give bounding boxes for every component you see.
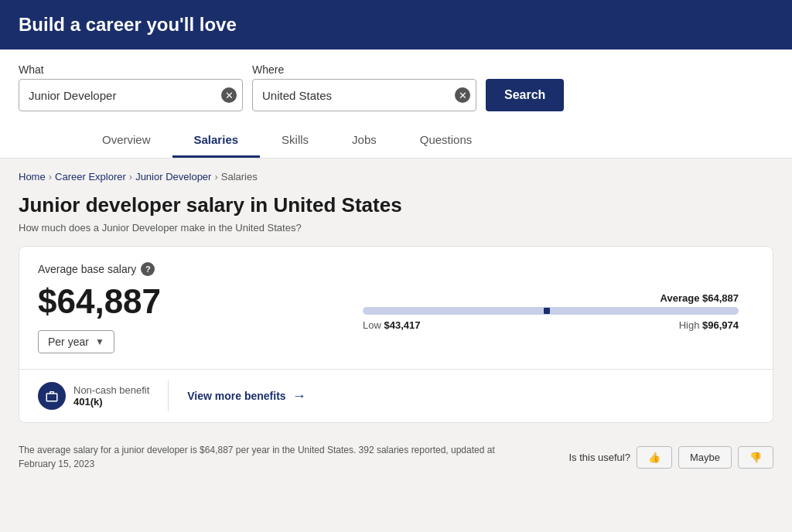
what-label: What: [19, 63, 243, 76]
avg-label-text: Average base salary: [38, 263, 136, 275]
period-label: Per year: [48, 336, 89, 348]
where-input-wrap: ✕: [252, 79, 476, 111]
sep-2: ›: [129, 171, 132, 182]
footer-note: The average salary for a junior develope…: [19, 435, 773, 479]
period-select[interactable]: Per year ▼: [38, 330, 114, 353]
sep-3: ›: [214, 171, 217, 182]
briefcase-icon: [45, 389, 59, 403]
benefit-name: 401(k): [73, 396, 149, 408]
range-low: Low $43,417: [363, 319, 420, 331]
tab-questions[interactable]: Questions: [398, 124, 494, 158]
page-title: Junior developer salary in United States: [19, 193, 773, 217]
where-input[interactable]: [252, 79, 476, 111]
range-label-row: Average $64,887: [363, 292, 739, 304]
tab-skills[interactable]: Skills: [260, 124, 330, 158]
nav-tabs: Overview Salaries Skills Jobs Questions: [19, 124, 773, 158]
salary-card: Average base salary ? $64,887 Per year ▼…: [19, 246, 773, 423]
benefit-label: Non-cash benefit: [73, 384, 149, 396]
breadcrumb: Home › Career Explorer › Junior Develope…: [19, 171, 773, 182]
chart-avg-label: Average $64,887: [661, 292, 739, 304]
salary-right: Average $64,887 Low $43,417 High $96,974: [363, 262, 754, 353]
where-clear-button[interactable]: ✕: [455, 87, 470, 103]
useful-row: Is this useful? 👍 Maybe 👎: [568, 446, 773, 469]
where-label: Where: [252, 63, 476, 76]
range-bar-marker: [544, 308, 550, 314]
avg-label: Average base salary ?: [38, 262, 344, 276]
tab-jobs[interactable]: Jobs: [330, 124, 398, 158]
breadcrumb-career-explorer[interactable]: Career Explorer: [55, 171, 126, 182]
main-content: Home › Career Explorer › Junior Develope…: [0, 159, 792, 491]
search-container: What ✕ Where ✕ Search Overview Salaries …: [0, 49, 792, 159]
range-chart: Average $64,887 Low $43,417 High $96,974: [363, 292, 739, 331]
breadcrumb-current: Salaries: [221, 171, 258, 182]
breadcrumb-home[interactable]: Home: [19, 171, 46, 182]
benefit-item: Non-cash benefit 401(k): [38, 382, 149, 410]
salary-amount: $64,887: [38, 282, 344, 321]
view-benefits-label: View more benefits: [187, 390, 285, 402]
help-icon[interactable]: ?: [141, 262, 155, 276]
maybe-label: Maybe: [690, 452, 720, 463]
what-input-wrap: ✕: [19, 79, 243, 111]
range-bar: [363, 307, 739, 315]
benefit-icon: [38, 382, 66, 410]
search-row: What ✕ Where ✕ Search: [19, 63, 773, 111]
what-input[interactable]: [19, 79, 243, 111]
thumbs-down-button[interactable]: 👎: [738, 446, 773, 469]
where-field-group: Where ✕: [252, 63, 476, 111]
thumbs-up-button[interactable]: 👍: [637, 446, 672, 469]
chevron-down-icon: ▼: [95, 336, 104, 347]
page-subtitle: How much does a Junior Developer make in…: [19, 222, 773, 234]
view-benefits-button[interactable]: View more benefits →: [187, 388, 306, 404]
arrow-right-icon: →: [292, 388, 306, 404]
sep-1: ›: [49, 171, 52, 182]
hero-title: Build a career you'll love: [19, 14, 773, 36]
breadcrumb-junior-developer[interactable]: Junior Developer: [135, 171, 211, 182]
thumbs-down-icon: 👎: [749, 452, 762, 463]
maybe-button[interactable]: Maybe: [678, 446, 732, 469]
what-clear-button[interactable]: ✕: [221, 87, 237, 103]
range-high: High $96,974: [679, 319, 739, 331]
salary-card-top: Average base salary ? $64,887 Per year ▼…: [19, 247, 773, 369]
benefit-text: Non-cash benefit 401(k): [73, 384, 149, 408]
benefit-divider: [168, 380, 169, 411]
thumbs-up-icon: 👍: [648, 452, 661, 463]
hero-header: Build a career you'll love: [0, 0, 792, 49]
what-field-group: What ✕: [19, 63, 243, 111]
tab-overview[interactable]: Overview: [80, 124, 172, 158]
search-button[interactable]: Search: [486, 79, 564, 111]
useful-label: Is this useful?: [568, 452, 630, 463]
range-minmax: Low $43,417 High $96,974: [363, 319, 739, 331]
salary-left: Average base salary ? $64,887 Per year ▼: [38, 262, 363, 353]
footer-text: The average salary for a junior develope…: [19, 443, 498, 471]
benefits-row: Non-cash benefit 401(k) View more benefi…: [19, 370, 773, 422]
tab-salaries[interactable]: Salaries: [172, 124, 261, 158]
